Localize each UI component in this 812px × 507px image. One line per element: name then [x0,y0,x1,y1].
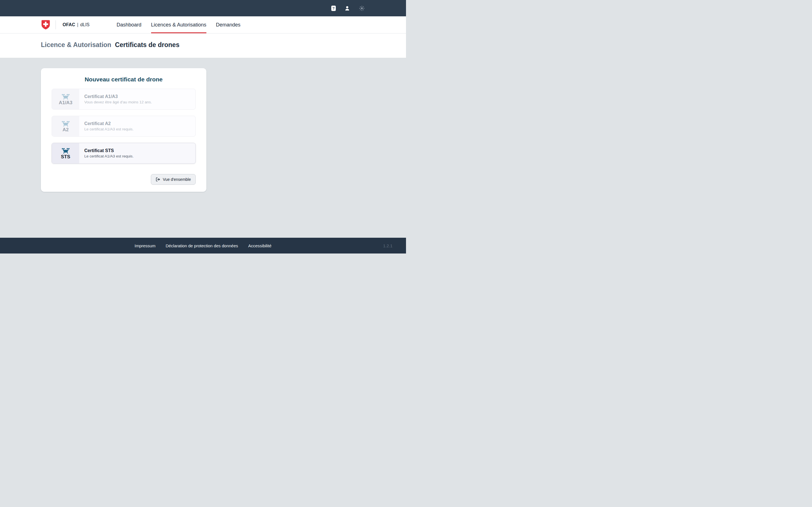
footer: Impressum Déclaration de protection des … [0,238,406,253]
user-account-button[interactable] [344,5,350,11]
option-icon-panel: A1/A3 [52,89,79,109]
overview-button[interactable]: Vue d'ensemble [151,174,196,185]
app-version: 1.2.1 [383,243,393,248]
option-badge: A2 [63,127,69,132]
main-header: OFAC | dLIS Dashboard Licences & Autoris… [0,16,406,34]
certificate-option-sts[interactable]: STS Certificat STS Le certificat A1/A3 e… [52,143,196,164]
option-icon-panel: A2 [52,116,79,136]
help-button[interactable]: ? [331,6,336,11]
option-icon-panel: STS [52,143,79,163]
nav-item-dashboard[interactable]: Dashboard [117,16,142,33]
option-badge: STS [61,154,70,159]
app-brand: OFAC | dLIS [63,22,90,27]
option-title: Certificat A1/A3 [84,94,152,99]
option-body: Certificat STS Le certificat A1/A3 est r… [79,143,139,163]
certificate-option-a1a3: A1/A3 Certificat A1/A3 Vous devez être â… [52,89,196,110]
swiss-shield-icon [41,20,50,30]
theme-sun-icon [359,5,365,11]
option-badge: A1/A3 [59,100,72,105]
card-actions: Vue d'ensemble [52,174,196,185]
breadcrumb[interactable]: Licence & Autorisation [41,41,111,49]
exit-left-bracket-icon [156,177,160,182]
top-utility-bar: ? [0,0,406,16]
overview-button-label: Vue d'ensemble [163,177,191,182]
brand-separator: | [77,22,78,27]
footer-links: Impressum Déclaration de protection des … [0,243,406,248]
application-window: ? [0,0,406,253]
drone-icon [61,94,70,100]
swiss-confederation-logo[interactable] [41,20,50,30]
new-certificate-card: Nouveau certificat de drone [41,68,206,192]
option-description: Le certificat A1/A3 est requis. [84,127,134,131]
nav-item-licences-autorisations[interactable]: Licences & Autorisations [151,16,206,33]
help-icon: ? [331,6,336,11]
page-title-band: Licence & Autorisation Certificats de dr… [0,34,406,58]
card-title: Nouveau certificat de drone [52,76,196,83]
theme-toggle-button[interactable] [359,5,365,11]
footer-link-impressum[interactable]: Impressum [135,243,155,248]
brand-org: OFAC [63,22,75,27]
footer-link-accessibility[interactable]: Accessibilité [248,243,271,248]
option-description: Vous devez être âgé d'au moins 12 ans. [84,100,152,104]
nav-item-demandes[interactable]: Demandes [216,16,241,33]
option-title: Certificat A2 [84,121,134,126]
main-nav: Dashboard Licences & Autorisations Deman… [117,16,241,33]
option-body: Certificat A1/A3 Vous devez être âgé d'a… [79,89,157,109]
user-icon [344,5,350,11]
brand-app-name: dLIS [80,22,90,27]
option-body: Certificat A2 Le certificat A1/A3 est re… [79,116,139,136]
content-area: Nouveau certificat de drone [0,58,406,238]
drone-icon [61,121,70,127]
option-title: Certificat STS [84,149,134,153]
option-description: Le certificat A1/A3 est requis. [84,154,134,158]
footer-link-data-protection[interactable]: Déclaration de protection des données [165,243,238,248]
certificate-option-a2: A2 Certificat A2 Le certificat A1/A3 est… [52,116,196,136]
drone-icon [61,148,70,154]
page-title: Certificats de drones [115,41,180,49]
